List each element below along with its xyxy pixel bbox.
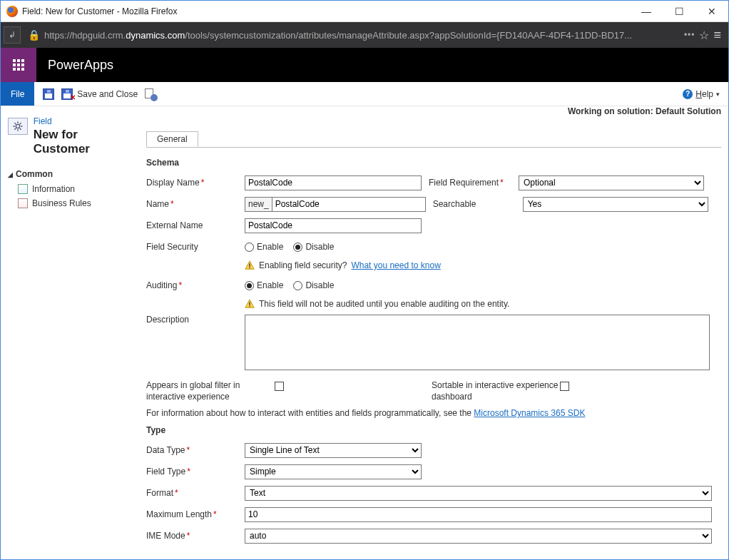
- description-textarea[interactable]: [245, 315, 710, 370]
- svg-point-0: [16, 124, 19, 128]
- max-length-label: Maximum Length*: [146, 509, 245, 519]
- field-requirement-select[interactable]: Optional: [519, 175, 704, 190]
- minimize-button[interactable]: —: [630, 1, 663, 22]
- global-filter-checkbox[interactable]: [275, 382, 284, 391]
- window-titlebar: Field: New for Customer - Mozilla Firefo…: [1, 1, 728, 22]
- data-type-select[interactable]: Single Line of Text: [245, 443, 422, 458]
- svg-rect-11: [249, 268, 250, 268]
- bookmark-icon[interactable]: ☆: [699, 29, 709, 42]
- maximize-button[interactable]: ☐: [663, 1, 695, 22]
- ime-mode-select[interactable]: auto: [245, 529, 712, 544]
- auditing-disable-radio[interactable]: Disable: [293, 280, 334, 290]
- svg-line-7: [14, 128, 16, 130]
- radio-label: Disable: [305, 280, 334, 290]
- sidebar-item-business-rules[interactable]: Business Rules: [8, 196, 136, 210]
- properties-button[interactable]: [145, 88, 156, 100]
- sortable-checkbox[interactable]: [560, 382, 569, 391]
- save-icon: [43, 88, 54, 100]
- sidebar-item-information[interactable]: Information: [8, 182, 136, 196]
- chevron-down-icon: ▾: [716, 91, 720, 98]
- radio-icon: [245, 281, 254, 290]
- tab-general[interactable]: General: [146, 131, 198, 147]
- ime-mode-label: IME Mode*: [146, 531, 245, 541]
- format-label: Format*: [146, 488, 245, 498]
- lock-icon: 🔒: [28, 29, 40, 41]
- save-close-icon: ✕: [61, 88, 74, 100]
- data-type-label: Data Type*: [146, 445, 245, 455]
- rules-icon: [18, 198, 28, 208]
- radio-label: Enable: [257, 280, 283, 290]
- field-security-warning: Enabling field security? What you need t…: [245, 260, 721, 270]
- sidebar-item-label: Information: [32, 184, 75, 194]
- chevron-down-icon: ◢: [8, 171, 13, 178]
- properties-icon: [145, 88, 156, 100]
- file-tab-label: File: [11, 89, 24, 99]
- svg-line-5: [14, 123, 16, 124]
- type-section-title: Type: [146, 425, 721, 435]
- field-type-label: Field Type*: [146, 467, 245, 477]
- format-select[interactable]: Text: [245, 486, 712, 501]
- common-section-toggle[interactable]: ◢Common: [8, 169, 136, 179]
- auditing-enable-radio[interactable]: Enable: [245, 280, 283, 290]
- svg-rect-10: [249, 263, 250, 266]
- name-prefix: new_: [245, 197, 272, 212]
- searchable-label: Searchable: [433, 199, 523, 209]
- close-button[interactable]: ✕: [695, 1, 728, 22]
- field-security-disable-radio[interactable]: Disable: [293, 242, 334, 252]
- searchable-select[interactable]: Yes: [523, 197, 708, 212]
- auditing-label: Auditing*: [146, 280, 245, 290]
- tab-label: General: [157, 134, 188, 144]
- external-name-input[interactable]: [245, 218, 422, 233]
- app-header: PowerApps: [1, 48, 728, 82]
- help-button[interactable]: ? HHelpelp ▾: [683, 82, 728, 106]
- file-tab[interactable]: File: [1, 82, 34, 106]
- warning-text: This field will not be audited until you…: [259, 299, 509, 309]
- url-sub: hdpguid.crm.: [72, 30, 126, 41]
- display-name-input[interactable]: [245, 175, 422, 190]
- ribbon: File ✕ Save and Close ? HHelpelp ▾: [1, 82, 728, 106]
- svg-rect-14: [249, 306, 250, 307]
- name-label: Name*: [146, 199, 245, 209]
- field-security-learn-link[interactable]: What you need to know: [351, 260, 440, 270]
- radio-icon: [245, 243, 254, 252]
- svg-line-8: [19, 123, 21, 124]
- save-and-close-button[interactable]: ✕ Save and Close: [61, 88, 138, 100]
- save-close-label: Save and Close: [77, 89, 138, 99]
- warning-icon: [245, 260, 255, 270]
- entity-icon: [8, 118, 28, 135]
- save-button[interactable]: [43, 88, 54, 100]
- max-length-input[interactable]: [245, 507, 712, 522]
- tab-strip: General: [146, 131, 721, 148]
- radio-icon: [293, 281, 302, 290]
- app-launcher-button[interactable]: [1, 48, 36, 82]
- app-name: PowerApps: [48, 58, 113, 73]
- name-input[interactable]: [272, 197, 426, 212]
- warning-icon: [245, 299, 255, 309]
- common-label: Common: [16, 169, 53, 179]
- address-bar[interactable]: https://hdpguid.crm.dynamics.com/tools/s…: [44, 30, 680, 41]
- sdk-info-text: For information about how to interact wi…: [146, 408, 721, 418]
- url-scheme: https://: [44, 30, 72, 41]
- window-title: Field: New for Customer - Mozilla Firefo…: [22, 6, 630, 16]
- sdk-link[interactable]: Microsoft Dynamics 365 SDK: [474, 408, 585, 418]
- schema-section-title: Schema: [146, 158, 721, 168]
- hamburger-icon[interactable]: ≡: [713, 28, 721, 43]
- display-name-label: Display Name*: [146, 178, 245, 188]
- external-name-label: External Name: [146, 220, 245, 230]
- more-icon[interactable]: •••: [684, 30, 695, 40]
- warning-text: Enabling field security?: [259, 260, 347, 270]
- field-requirement-label: Field Requirement*: [429, 178, 519, 188]
- tab-drag-icon[interactable]: ↲: [4, 26, 21, 44]
- auditing-warning: This field will not be audited until you…: [245, 299, 721, 309]
- url-host: dynamics.com: [126, 30, 185, 41]
- url-path: /tools/systemcustomization/attributes/ma…: [185, 30, 632, 41]
- radio-icon: [293, 243, 302, 252]
- radio-label: Disable: [305, 242, 334, 252]
- sortable-label: Sortable in interactive experience dashb…: [432, 380, 560, 402]
- global-filter-label: Appears in global filter in interactive …: [146, 380, 275, 402]
- description-label: Description: [146, 315, 245, 325]
- working-solution-text: Working on solution: Default Solution: [568, 106, 721, 116]
- field-security-enable-radio[interactable]: Enable: [245, 242, 283, 252]
- entity-title: New for Customer: [34, 128, 136, 156]
- field-type-select[interactable]: Simple: [245, 464, 422, 479]
